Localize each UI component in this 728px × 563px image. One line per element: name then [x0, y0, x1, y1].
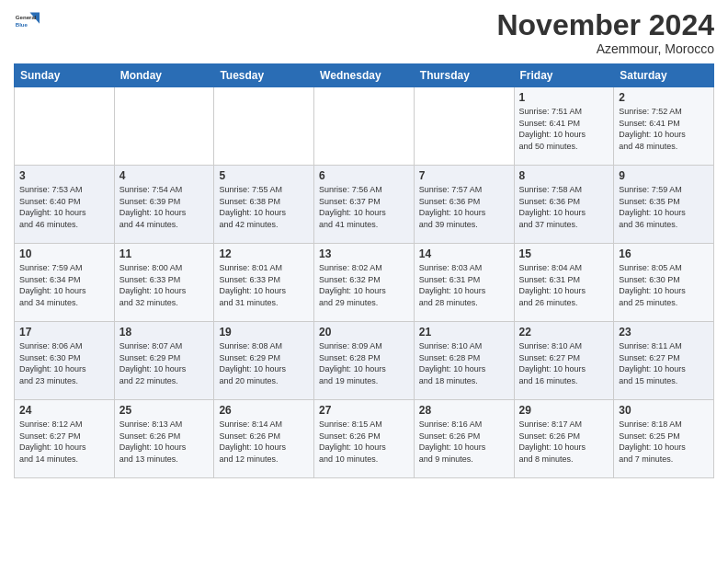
day-number: 9	[619, 169, 709, 182]
day-number: 21	[419, 326, 509, 339]
day-number: 20	[319, 326, 409, 339]
day-info: Sunrise: 8:12 AM Sunset: 6:27 PM Dayligh…	[19, 419, 109, 465]
day-cell: 25Sunrise: 8:13 AM Sunset: 6:26 PM Dayli…	[114, 400, 214, 478]
day-number: 29	[519, 404, 609, 417]
day-cell: 4Sunrise: 7:54 AM Sunset: 6:39 PM Daylig…	[114, 166, 214, 244]
day-number: 2	[619, 91, 709, 104]
weekday-header-saturday: Saturday	[614, 64, 714, 87]
day-cell: 28Sunrise: 8:16 AM Sunset: 6:26 PM Dayli…	[414, 400, 514, 478]
day-info: Sunrise: 7:52 AM Sunset: 6:41 PM Dayligh…	[619, 106, 709, 152]
day-cell: 19Sunrise: 8:08 AM Sunset: 6:29 PM Dayli…	[214, 322, 314, 400]
day-info: Sunrise: 8:06 AM Sunset: 6:30 PM Dayligh…	[19, 340, 109, 386]
weekday-header-wednesday: Wednesday	[314, 64, 415, 87]
day-number: 15	[519, 247, 609, 260]
day-number: 28	[419, 404, 509, 417]
day-cell: 17Sunrise: 8:06 AM Sunset: 6:30 PM Dayli…	[15, 322, 115, 400]
day-info: Sunrise: 7:54 AM Sunset: 6:39 PM Dayligh…	[119, 184, 210, 230]
week-row-3: 10Sunrise: 7:59 AM Sunset: 6:34 PM Dayli…	[15, 244, 714, 322]
day-info: Sunrise: 8:04 AM Sunset: 6:31 PM Dayligh…	[519, 262, 609, 308]
day-number: 24	[19, 404, 109, 417]
day-cell: 23Sunrise: 8:11 AM Sunset: 6:27 PM Dayli…	[614, 322, 714, 400]
day-info: Sunrise: 8:10 AM Sunset: 6:28 PM Dayligh…	[419, 340, 509, 386]
day-number: 7	[419, 169, 509, 182]
day-cell: 11Sunrise: 8:00 AM Sunset: 6:33 PM Dayli…	[114, 244, 214, 322]
day-number: 17	[19, 326, 109, 339]
day-cell: 24Sunrise: 8:12 AM Sunset: 6:27 PM Dayli…	[15, 400, 115, 478]
day-cell: 22Sunrise: 8:10 AM Sunset: 6:27 PM Dayli…	[514, 322, 614, 400]
day-info: Sunrise: 8:13 AM Sunset: 6:26 PM Dayligh…	[119, 419, 210, 465]
day-cell: 26Sunrise: 8:14 AM Sunset: 6:26 PM Dayli…	[214, 400, 314, 478]
week-row-4: 17Sunrise: 8:06 AM Sunset: 6:30 PM Dayli…	[15, 322, 714, 400]
day-cell: 7Sunrise: 7:57 AM Sunset: 6:36 PM Daylig…	[414, 166, 514, 244]
day-cell: 27Sunrise: 8:15 AM Sunset: 6:26 PM Dayli…	[314, 400, 415, 478]
month-title: November 2024	[496, 9, 714, 41]
day-number: 18	[119, 326, 210, 339]
day-cell: 18Sunrise: 8:07 AM Sunset: 6:29 PM Dayli…	[114, 322, 214, 400]
day-cell: 15Sunrise: 8:04 AM Sunset: 6:31 PM Dayli…	[514, 244, 614, 322]
day-info: Sunrise: 7:56 AM Sunset: 6:37 PM Dayligh…	[319, 184, 409, 230]
day-cell	[314, 87, 415, 166]
page-header: General Blue November 2024 Azemmour, Mor…	[14, 9, 714, 56]
day-info: Sunrise: 8:00 AM Sunset: 6:33 PM Dayligh…	[119, 262, 210, 308]
week-row-2: 3Sunrise: 7:53 AM Sunset: 6:40 PM Daylig…	[15, 166, 714, 244]
day-info: Sunrise: 8:17 AM Sunset: 6:26 PM Dayligh…	[519, 419, 609, 465]
day-number: 22	[519, 326, 609, 339]
svg-text:Blue: Blue	[16, 21, 28, 28]
day-number: 8	[519, 169, 609, 182]
day-info: Sunrise: 8:08 AM Sunset: 6:29 PM Dayligh…	[219, 340, 309, 386]
day-number: 16	[619, 247, 709, 260]
day-number: 25	[119, 404, 210, 417]
day-info: Sunrise: 8:01 AM Sunset: 6:33 PM Dayligh…	[219, 262, 309, 308]
day-cell: 5Sunrise: 7:55 AM Sunset: 6:38 PM Daylig…	[214, 166, 314, 244]
day-number: 26	[219, 404, 309, 417]
day-info: Sunrise: 8:03 AM Sunset: 6:31 PM Dayligh…	[419, 262, 509, 308]
day-info: Sunrise: 8:14 AM Sunset: 6:26 PM Dayligh…	[219, 419, 309, 465]
week-row-5: 24Sunrise: 8:12 AM Sunset: 6:27 PM Dayli…	[15, 400, 714, 478]
day-number: 27	[319, 404, 409, 417]
week-row-1: 1Sunrise: 7:51 AM Sunset: 6:41 PM Daylig…	[15, 87, 714, 166]
weekday-header-thursday: Thursday	[414, 64, 514, 87]
day-cell: 10Sunrise: 7:59 AM Sunset: 6:34 PM Dayli…	[15, 244, 115, 322]
weekday-header-friday: Friday	[514, 64, 614, 87]
weekday-header-sunday: Sunday	[15, 64, 115, 87]
day-cell	[414, 87, 514, 166]
day-cell: 13Sunrise: 8:02 AM Sunset: 6:32 PM Dayli…	[314, 244, 415, 322]
logo-icon: General Blue	[14, 9, 40, 35]
day-info: Sunrise: 8:18 AM Sunset: 6:25 PM Dayligh…	[619, 419, 709, 465]
day-number: 3	[19, 169, 109, 182]
day-info: Sunrise: 8:05 AM Sunset: 6:30 PM Dayligh…	[619, 262, 709, 308]
day-cell: 3Sunrise: 7:53 AM Sunset: 6:40 PM Daylig…	[15, 166, 115, 244]
day-info: Sunrise: 8:11 AM Sunset: 6:27 PM Dayligh…	[619, 340, 709, 386]
day-number: 6	[319, 169, 409, 182]
day-info: Sunrise: 7:55 AM Sunset: 6:38 PM Dayligh…	[219, 184, 309, 230]
logo: General Blue	[14, 9, 40, 35]
day-info: Sunrise: 7:51 AM Sunset: 6:41 PM Dayligh…	[519, 106, 609, 152]
day-info: Sunrise: 8:09 AM Sunset: 6:28 PM Dayligh…	[319, 340, 409, 386]
day-cell: 12Sunrise: 8:01 AM Sunset: 6:33 PM Dayli…	[214, 244, 314, 322]
day-number: 13	[319, 247, 409, 260]
day-cell: 20Sunrise: 8:09 AM Sunset: 6:28 PM Dayli…	[314, 322, 415, 400]
weekday-header-monday: Monday	[114, 64, 214, 87]
day-number: 19	[219, 326, 309, 339]
day-info: Sunrise: 7:59 AM Sunset: 6:34 PM Dayligh…	[19, 262, 109, 308]
day-info: Sunrise: 8:07 AM Sunset: 6:29 PM Dayligh…	[119, 340, 210, 386]
day-number: 12	[219, 247, 309, 260]
day-info: Sunrise: 7:59 AM Sunset: 6:35 PM Dayligh…	[619, 184, 709, 230]
day-number: 1	[519, 91, 609, 104]
day-cell	[214, 87, 314, 166]
day-info: Sunrise: 8:10 AM Sunset: 6:27 PM Dayligh…	[519, 340, 609, 386]
day-cell: 8Sunrise: 7:58 AM Sunset: 6:36 PM Daylig…	[514, 166, 614, 244]
day-number: 4	[119, 169, 210, 182]
calendar-page: General Blue November 2024 Azemmour, Mor…	[0, 0, 728, 563]
location-subtitle: Azemmour, Morocco	[496, 41, 714, 56]
title-block: November 2024 Azemmour, Morocco	[496, 9, 714, 56]
day-info: Sunrise: 7:57 AM Sunset: 6:36 PM Dayligh…	[419, 184, 509, 230]
day-cell: 6Sunrise: 7:56 AM Sunset: 6:37 PM Daylig…	[314, 166, 415, 244]
day-cell: 1Sunrise: 7:51 AM Sunset: 6:41 PM Daylig…	[514, 87, 614, 166]
weekday-header-tuesday: Tuesday	[214, 64, 314, 87]
day-cell	[114, 87, 214, 166]
day-info: Sunrise: 8:16 AM Sunset: 6:26 PM Dayligh…	[419, 419, 509, 465]
day-number: 11	[119, 247, 210, 260]
day-cell: 21Sunrise: 8:10 AM Sunset: 6:28 PM Dayli…	[414, 322, 514, 400]
day-info: Sunrise: 7:58 AM Sunset: 6:36 PM Dayligh…	[519, 184, 609, 230]
